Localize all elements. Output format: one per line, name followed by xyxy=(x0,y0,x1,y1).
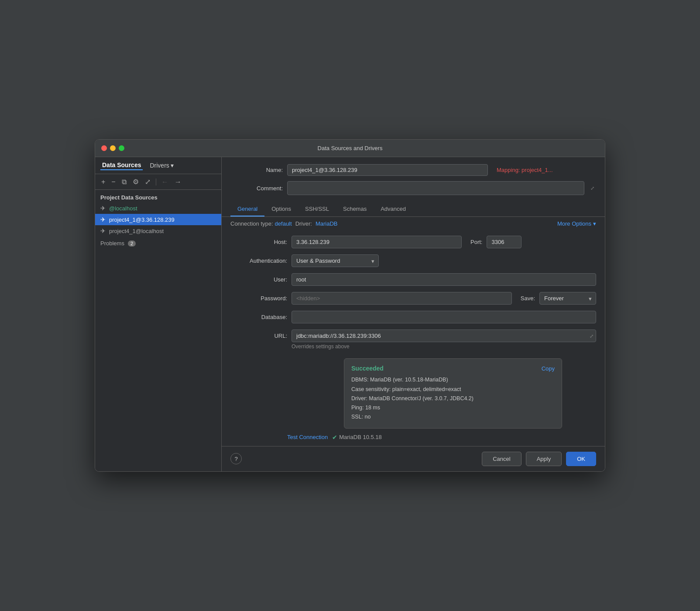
success-header: Succeeded Copy xyxy=(351,365,555,372)
tab-schemas[interactable]: Schemas xyxy=(336,202,374,216)
main-content: Data Sources Drivers ▾ + − ⧉ ⚙ ⤢ ← → Pro… xyxy=(95,157,605,471)
comment-label: Comment: xyxy=(230,185,283,192)
tab-drivers[interactable]: Drivers ▾ xyxy=(150,162,173,169)
auth-label: Authentication: xyxy=(230,257,287,264)
db-icon-selected: ✈ xyxy=(100,216,106,223)
url-input[interactable] xyxy=(292,330,596,342)
right-panel: Name: Mapping: project4_1... Comment: ⤢ … xyxy=(222,157,605,471)
sidebar-item-localhost[interactable]: ✈ @localhost xyxy=(95,203,221,214)
ok-button[interactable]: OK xyxy=(566,452,596,466)
test-status: ✔ MariaDB 10.5.18 xyxy=(332,434,382,441)
url-expand-icon[interactable]: ⤢ xyxy=(590,333,594,339)
check-icon: ✔ xyxy=(332,434,337,441)
form-body: Host: Port: Authentication: User & Passw… xyxy=(222,230,605,446)
name-row: Name: Mapping: project4_1... xyxy=(230,164,596,176)
copy-button[interactable]: Copy xyxy=(542,365,555,372)
url-input-wrap: ⤢ xyxy=(292,330,596,342)
db-icon: ✈ xyxy=(100,205,106,212)
connection-bar-left: Connection type: default Driver: MariaDB xyxy=(230,220,337,227)
host-row: Host: Port: xyxy=(230,236,596,248)
copy-button[interactable]: ⧉ xyxy=(119,176,129,188)
save-label: Save: xyxy=(521,295,535,302)
minimize-button[interactable] xyxy=(110,145,116,151)
tab-ssh-ssl[interactable]: SSH/SSL xyxy=(298,202,336,216)
success-title: Succeeded xyxy=(351,365,384,372)
host-input[interactable] xyxy=(292,236,462,248)
sidebar: Data Sources Drivers ▾ + − ⧉ ⚙ ⤢ ← → Pro… xyxy=(95,157,222,471)
name-label: Name: xyxy=(230,167,283,173)
auth-select[interactable]: User & Password No auth Username OAuth 2… xyxy=(292,254,379,267)
success-line4: Ping: 18 ms xyxy=(351,403,555,412)
mapping-text: Mapping: project4_1... xyxy=(497,167,553,173)
success-area: Succeeded Copy DBMS: MariaDB (ver. 10.5.… xyxy=(230,358,596,440)
section-label: Project Data Sources xyxy=(95,190,221,203)
user-row: User: xyxy=(230,273,596,286)
forward-button[interactable]: → xyxy=(172,176,184,188)
password-label: Password: xyxy=(230,295,287,302)
success-line3: Driver: MariaDB Connector/J (ver. 3.0.7,… xyxy=(351,394,555,403)
tab-general[interactable]: General xyxy=(230,202,264,216)
close-button[interactable] xyxy=(101,145,107,151)
test-status-text: MariaDB 10.5.18 xyxy=(339,434,382,440)
user-input[interactable] xyxy=(292,273,596,286)
share-button[interactable]: ⤢ xyxy=(142,176,153,188)
window-title: Data Sources and Drivers xyxy=(318,145,383,151)
port-label: Port: xyxy=(470,239,482,245)
comment-row: Comment: ⤢ xyxy=(230,181,596,195)
db-icon-local: ✈ xyxy=(100,227,106,234)
footer: ? Cancel Apply OK xyxy=(222,446,605,471)
success-popup: Succeeded Copy DBMS: MariaDB (ver. 10.5.… xyxy=(344,358,562,428)
tab-data-sources[interactable]: Data Sources xyxy=(100,161,143,170)
sidebar-item-project4-local[interactable]: ✈ project4_1@localhost xyxy=(95,225,221,237)
password-input[interactable] xyxy=(292,292,512,305)
driver-label: Driver: xyxy=(295,220,312,227)
save-select[interactable]: Forever Until restart Never xyxy=(539,292,596,305)
sidebar-item-label: @localhost xyxy=(109,205,137,212)
tab-advanced[interactable]: Advanced xyxy=(374,202,413,216)
comment-expand-button[interactable]: ⤢ xyxy=(589,185,596,192)
comment-input[interactable] xyxy=(287,181,584,195)
driver-link[interactable]: MariaDB xyxy=(316,220,338,227)
maximize-button[interactable] xyxy=(119,145,124,151)
port-input[interactable] xyxy=(487,236,522,248)
auth-row: Authentication: User & Password No auth … xyxy=(230,254,596,267)
back-button[interactable]: ← xyxy=(159,176,171,188)
title-bar: Data Sources and Drivers xyxy=(95,140,605,157)
url-hint: Overrides settings above xyxy=(292,343,350,350)
tabs-bar: General Options SSH/SSL Schemas Advanced xyxy=(222,202,605,217)
database-input[interactable] xyxy=(292,311,596,323)
success-line2: Case sensitivity: plain=exact, delimited… xyxy=(351,385,555,394)
add-button[interactable]: + xyxy=(99,176,108,188)
more-options-button[interactable]: More Options ▾ xyxy=(557,220,596,227)
test-connection-button[interactable]: Test Connection xyxy=(287,434,328,440)
database-row: Database: xyxy=(230,311,596,323)
auth-select-wrapper: User & Password No auth Username OAuth 2… xyxy=(292,254,379,267)
problems-badge: 2 xyxy=(128,240,136,247)
cancel-button[interactable]: Cancel xyxy=(482,452,521,466)
apply-button[interactable]: Apply xyxy=(526,452,562,466)
success-line5: SSL: no xyxy=(351,412,555,422)
settings-button[interactable]: ⚙ xyxy=(130,176,141,188)
host-label: Host: xyxy=(230,239,287,245)
url-row: URL: ⤢ Overrides settings above xyxy=(230,330,596,350)
form-header: Name: Mapping: project4_1... Comment: ⤢ xyxy=(222,157,605,200)
sidebar-item-label-selected: project4_1@3.36.128.239 xyxy=(109,216,175,223)
url-inner: URL: ⤢ xyxy=(230,330,596,342)
sidebar-item-label-local: project4_1@localhost xyxy=(109,228,164,234)
url-label: URL: xyxy=(230,333,287,339)
problems-section: Problems 2 xyxy=(95,237,221,250)
sidebar-item-project4-remote[interactable]: ✈ project4_1@3.36.128.239 xyxy=(95,214,221,225)
save-select-wrapper: Forever Until restart Never xyxy=(539,292,596,305)
tab-options[interactable]: Options xyxy=(264,202,298,216)
connection-type-link[interactable]: default xyxy=(275,220,292,227)
name-input[interactable] xyxy=(287,164,488,176)
database-label: Database: xyxy=(230,314,287,320)
test-connection-row: Test Connection ✔ MariaDB 10.5.18 xyxy=(287,434,596,441)
sidebar-toolbar: + − ⧉ ⚙ ⤢ ← → xyxy=(95,174,221,190)
remove-button[interactable]: − xyxy=(109,176,118,188)
sidebar-tabs: Data Sources Drivers ▾ xyxy=(95,157,221,174)
toolbar-separator xyxy=(156,178,156,185)
problems-label: Problems xyxy=(100,240,124,247)
help-button[interactable]: ? xyxy=(230,453,242,464)
main-window: Data Sources and Drivers Data Sources Dr… xyxy=(95,139,605,471)
